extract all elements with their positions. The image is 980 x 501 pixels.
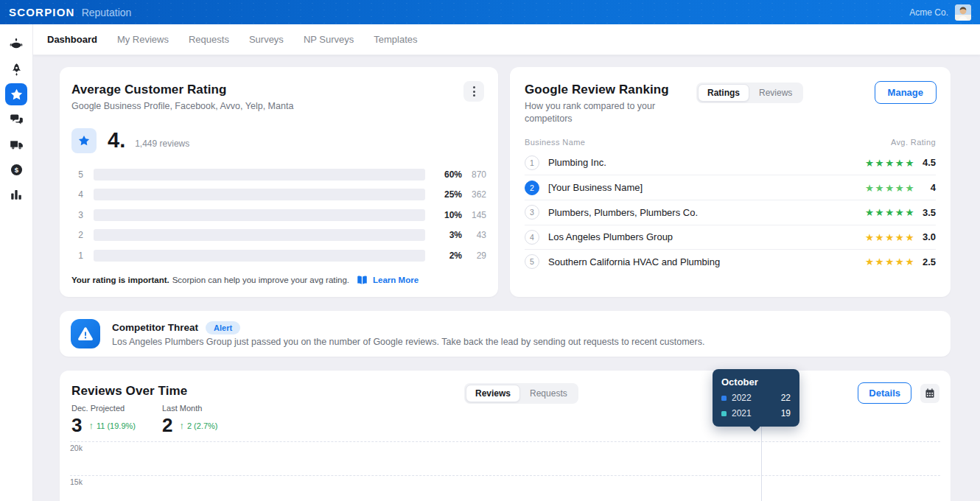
star-rating-icons: ★★★★★ [865,157,915,169]
sidebar-item-chat[interactable] [5,108,27,130]
histogram-count: 362 [462,189,486,200]
user-avatar[interactable] [955,4,971,21]
calendar-icon[interactable] [920,384,939,403]
star-rating-icons: ★★★★★ [865,231,915,243]
tab-np-surveys[interactable]: NP Surveys [304,34,354,45]
product-name: Reputation [82,7,132,18]
sidebar-item-truck[interactable] [5,133,27,155]
histogram-bar [94,229,425,241]
histogram-row-5-star: 560%870 [71,164,486,185]
details-button[interactable]: Details [858,382,911,404]
reviews-toggle-option-reviews[interactable]: Reviews [466,385,520,402]
stat-last-month: Last Month2↑2 (2.7%) [162,404,218,437]
rating-footer: Your rating is important. Scorpion can h… [71,276,486,285]
ranking-toggle-option-reviews[interactable]: Reviews [749,84,802,102]
ranking-row-1[interactable]: 1Plumbing Inc.★★★★★4.5 [525,150,936,175]
star-badge-icon [71,128,97,153]
histogram-percent: 10% [435,210,462,220]
alert-badge: Alert [206,321,240,334]
series-marker-icon [721,411,727,416]
histogram-bar [94,189,425,200]
review-ranking-card: Google Review Ranking How you rank compa… [510,67,951,297]
account-name[interactable]: Acme Co. [909,7,948,18]
stat-dec-projected: Dec. Projected3↑11 (19.9%) [71,404,136,437]
series-year: 2022 [732,393,752,403]
dollar-icon: $ [10,163,24,177]
reviews-over-time-card: Reviews Over Time Dec. Projected3↑11 (19… [60,371,951,501]
ranking-row-2[interactable]: 2[Your Business Name]★★★★★4 [525,175,936,200]
rating-value: 4.5 [915,157,936,168]
star-level-label: 5 [71,169,83,180]
tab-requests[interactable]: Requests [189,34,229,45]
stat-label: Last Month [162,404,218,413]
gridline-20k [70,441,940,442]
brand-logo: SCORPION [9,6,75,18]
rating-value: 3.5 [915,207,936,218]
rating-card-title: Average Customer Rating [71,83,486,97]
rank-badge: 1 [525,155,539,170]
ranking-row-5[interactable]: 5Southern California HVAC and Plumbing★★… [525,249,936,274]
business-name: Los Angeles Plumbers Group [548,231,673,242]
book-icon [357,276,368,285]
learn-more-link[interactable]: Learn More [373,276,419,284]
series-value: 19 [781,408,791,418]
stat-delta: ↑11 (19.9%) [88,420,136,431]
footer-text: Scorpion can help you improve your avg r… [172,276,349,284]
main-nav: DashboardMy ReviewsRequestsSurveysNP Sur… [33,24,980,55]
star-icon [10,88,24,102]
tab-templates[interactable]: Templates [374,34,417,45]
tab-dashboard[interactable]: Dashboard [47,34,97,45]
y-tick-label: 20k [70,444,83,452]
sidebar: $ [0,24,33,501]
rank-badge: 3 [525,205,539,220]
column-avg-rating: Avg. Rating [891,138,936,147]
sidebar-item-bar-chart[interactable] [5,183,27,206]
stat-value: 3 [71,414,82,437]
tooltip-series-2021: 202119 [721,408,791,418]
rocket-icon [10,63,24,77]
ranking-row-3[interactable]: 3Plumbers, Plumbers, Plumbers Co.★★★★★3.… [525,200,936,225]
histogram-percent: 60% [435,169,462,180]
chat-icon [10,113,24,127]
histogram-percent: 25% [435,189,462,200]
histogram-count: 43 [462,230,486,240]
sidebar-item-star[interactable] [5,83,27,105]
reviews-chart[interactable]: 20k15k [60,435,951,501]
histogram-row-2-star: 23%43 [71,225,486,246]
gridline-15k [70,475,940,476]
tab-my-reviews[interactable]: My Reviews [117,34,169,45]
sidebar-item-scorpion[interactable] [5,33,27,55]
sidebar-item-dollar[interactable]: $ [5,158,27,181]
competitor-threat-alert: Competitor Threat Alert Los Angeles Plum… [60,311,951,357]
kebab-menu-icon[interactable] [463,81,484,102]
reviews-toggle-option-requests[interactable]: Requests [520,385,577,402]
chart-tooltip: October 202222202119 [713,369,799,427]
top-bar: SCORPION Reputation Acme Co. [0,0,980,24]
warning-triangle-icon [71,319,100,348]
tab-surveys[interactable]: Surveys [249,34,284,45]
histogram-bar [94,169,425,181]
ranking-toggle-option-ratings[interactable]: Ratings [698,84,749,102]
y-tick-label: 15k [70,477,83,486]
star-rating-icons: ★★★★★ [865,182,915,194]
tooltip-series-2022: 202222 [721,393,791,403]
histogram-percent: 2% [435,251,462,261]
sidebar-item-rocket[interactable] [5,58,27,80]
chart-crosshair [761,419,762,501]
rank-badge: 2 [525,181,539,195]
rank-badge: 5 [525,254,539,269]
reviews-count: 1,449 reviews [135,139,189,149]
star-level-label: 2 [71,230,83,240]
star-level-label: 1 [71,251,83,261]
manage-button[interactable]: Manage [875,81,937,104]
ranking-row-4[interactable]: 4Los Angeles Plumbers Group★★★★★3.0 [525,225,936,250]
alert-message: Los Angeles Plumbers Group just passed y… [112,337,704,347]
bar-chart-icon [10,188,23,201]
stat-label: Dec. Projected [71,404,136,413]
series-value: 22 [781,393,791,403]
content-area: Average Customer Rating Google Business … [33,55,980,501]
rank-badge: 4 [525,230,539,245]
histogram-row-4-star: 425%362 [71,184,486,205]
rating-value: 3.0 [915,231,936,242]
star-level-label: 4 [71,189,83,200]
